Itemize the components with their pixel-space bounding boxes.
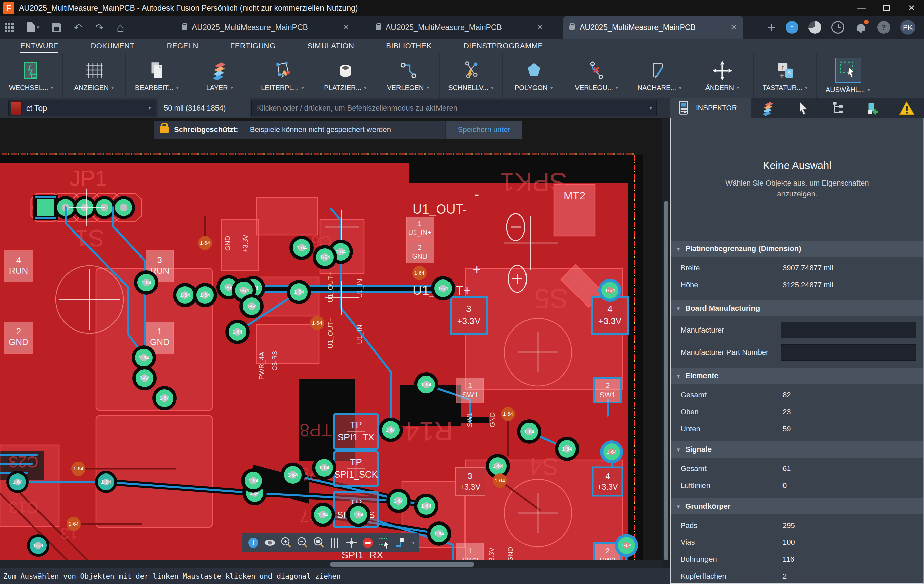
tool-anzeigen[interactable]: ANZEIGEN▾	[63, 53, 125, 98]
via-tented[interactable]: 1-64	[599, 279, 621, 302]
menu-dokument[interactable]: DOKUMENT	[91, 38, 134, 53]
menu-simulation[interactable]: SIMULATION	[308, 38, 354, 53]
menu-dienstprogramme[interactable]: DIENSTPROGRAMME	[464, 38, 543, 53]
via[interactable]: 1-64	[346, 503, 370, 527]
via-bottom[interactable]: 1-64	[198, 236, 212, 250]
section-board-manufacturing[interactable]: ▾Board Manufacturing	[671, 300, 923, 316]
pad-gnd2[interactable]: 2GND	[5, 322, 32, 353]
history-icon[interactable]	[832, 21, 844, 34]
pad-sw1-2[interactable]: 2SW1	[594, 378, 621, 402]
zoom-in-icon[interactable]	[279, 536, 293, 549]
via[interactable]: 1-64	[555, 437, 579, 461]
via[interactable]: 1-64	[379, 418, 403, 442]
tool-platzieren[interactable]: PLATZIER...▾	[314, 53, 377, 98]
via-bottom[interactable]: 1-64	[501, 407, 515, 421]
via-tented[interactable]: 1-64	[27, 534, 49, 557]
menu-fertigung[interactable]: FERTIGUNG	[230, 38, 276, 53]
testpoint-spi1-tx[interactable]: TPSPI1_TX	[334, 414, 378, 449]
pad-u1-gnd[interactable]: 2GND	[406, 241, 433, 263]
via[interactable]: 1-64	[287, 280, 311, 304]
upload-status-icon[interactable]: ↑	[785, 21, 799, 34]
via[interactable]: 1-64	[311, 503, 335, 527]
pad-3v3-b[interactable]: 4+3.3V	[592, 297, 628, 334]
horizontal-scrollbar[interactable]	[0, 560, 662, 569]
document-tab-3-active[interactable]: AU2025_MultiMeasure_MainPCB ✕	[563, 16, 743, 38]
via[interactable]: 1-64	[241, 468, 266, 493]
menu-regeln[interactable]: REGELN	[167, 38, 198, 53]
route-style-icon[interactable]	[394, 536, 407, 549]
tool-schnellverlegen[interactable]: SCHNELLV...▾	[440, 53, 503, 98]
pad-3v3-c[interactable]: 3+3.3V	[455, 467, 485, 496]
pad-run4[interactable]: 4RUN	[5, 251, 32, 282]
via[interactable]: 1-64	[386, 489, 411, 513]
pcb-canvas[interactable]: JP1 S1 C6 SPK1 S5 S4 R14 TP8 TP9 TP7 C23…	[0, 118, 662, 560]
via[interactable]: 1-64	[132, 366, 157, 390]
command-line-input[interactable]: Klicken oder / drücken, um Befehlszeilen…	[251, 100, 657, 116]
via[interactable]: 1-64	[431, 276, 455, 301]
collapse-icon[interactable]: ▾	[677, 503, 680, 510]
via-bottom[interactable]: 1-64	[66, 517, 81, 531]
app-grid-icon[interactable]	[5, 23, 14, 32]
pad-3v3-d[interactable]: 4+3.3V	[593, 467, 622, 496]
via[interactable]: 1-64	[414, 494, 438, 518]
via-bottom[interactable]: 1-64	[493, 473, 507, 488]
via[interactable]: 1-64	[280, 463, 305, 487]
minimize-button[interactable]: —	[849, 0, 874, 16]
via[interactable]: 1-64	[7, 471, 29, 493]
via[interactable]: 1-64	[95, 471, 117, 493]
help-icon[interactable]: ?	[878, 21, 890, 34]
via-bottom[interactable]: 1-64	[71, 462, 86, 476]
tool-tastatur[interactable]: ↑^+ TASTATUR...▾	[754, 53, 817, 98]
avatar[interactable]: PK	[900, 20, 915, 35]
layer-dropdown[interactable]: ct Top ▾	[8, 100, 156, 116]
via[interactable]: 1-64	[289, 236, 314, 260]
collapse-icon[interactable]: ▾	[677, 447, 680, 453]
pad-sw1-1[interactable]: 1SW1	[457, 378, 483, 402]
new-tab-button[interactable]: +	[768, 20, 776, 35]
via[interactable]: 1-64	[239, 294, 264, 318]
job-status-icon[interactable]	[808, 21, 821, 34]
tool-verlegen[interactable]: VERLEGEN▾	[377, 53, 440, 98]
undo-icon[interactable]: ↶	[74, 22, 82, 33]
via[interactable]: 1-64	[193, 283, 217, 307]
tool-verlegung-aufheben[interactable]: VERLEGU...▾	[565, 53, 628, 98]
new-file-icon[interactable]: ▾	[27, 22, 40, 32]
chevron-down-icon[interactable]: ▾	[412, 540, 415, 546]
vscroll-thumb[interactable]	[664, 201, 668, 560]
tab-close-icon[interactable]: ✕	[343, 23, 349, 32]
grid-settings-icon[interactable]	[328, 536, 342, 549]
tool-leiterplatte[interactable]: LEITERPL...▾	[251, 53, 314, 98]
tool-bearbeiten[interactable]: BEARBEIT...▾	[125, 53, 188, 98]
collapse-icon[interactable]: ▾	[677, 246, 680, 252]
select-window-icon[interactable]	[377, 536, 391, 549]
tool-aendern[interactable]: ÄNDERN▾	[691, 53, 754, 98]
menu-bibliothek[interactable]: BIBLIOTHEK	[386, 38, 432, 53]
via[interactable]: 1-64	[152, 386, 177, 410]
tab-design-tree[interactable]	[830, 100, 845, 116]
tab-inspector[interactable]: INSPEKTOR	[670, 98, 751, 118]
save-as-button[interactable]: Speichern unter	[446, 121, 523, 139]
section-elemente[interactable]: ▾Elemente	[671, 368, 923, 384]
testpoint-spi1-sck[interactable]: TPSPI1_SCK	[334, 451, 378, 486]
pad-u1-in[interactable]: 1U1_IN+	[406, 217, 433, 239]
section-platinenbegrenzung[interactable]: ▾Platinenbegrenzung (Dimension)	[671, 241, 923, 257]
document-tab-1[interactable]: AU2025_MultiMeasure_MainPCB ✕	[176, 16, 355, 38]
tab-close-icon[interactable]: ✕	[537, 23, 543, 32]
tool-layer[interactable]: LAYER▾	[188, 53, 251, 98]
via-tented[interactable]: 1-64	[615, 534, 638, 557]
manufacturer-part-number-input[interactable]	[781, 344, 916, 361]
menu-entwurf[interactable]: ENTWURF	[20, 38, 58, 53]
hscroll-thumb[interactable]	[330, 562, 475, 567]
via-tented[interactable]: 1-64	[600, 440, 623, 463]
via-bottom[interactable]: 1-64	[412, 266, 427, 280]
tool-nacharbeiten[interactable]: NACHARE...▾	[628, 53, 691, 98]
drc-stop-icon[interactable]	[361, 536, 375, 549]
manufacturer-input[interactable]	[781, 322, 916, 338]
via[interactable]: 1-64	[427, 521, 451, 546]
tool-wechseln[interactable]: WECHSEL...▾	[0, 53, 63, 98]
via[interactable]: 1-64	[414, 372, 438, 397]
save-icon[interactable]	[52, 23, 61, 32]
zoom-fit-icon[interactable]	[312, 536, 325, 549]
section-grundkoerper[interactable]: ▾Grundkörper	[671, 498, 923, 515]
origin-icon[interactable]	[345, 536, 358, 549]
